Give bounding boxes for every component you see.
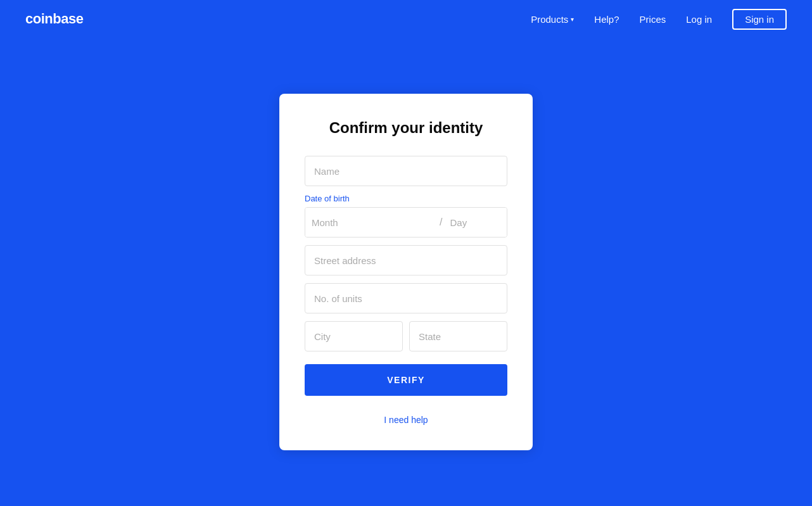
state-input[interactable] xyxy=(409,321,507,351)
street-input[interactable] xyxy=(305,245,507,275)
signin-button[interactable]: Sign in xyxy=(732,9,787,30)
main-content: Confirm your identity Date of birth / / xyxy=(0,38,812,506)
nav-products-label: Products xyxy=(531,14,568,25)
login-button[interactable]: Log in xyxy=(686,14,712,25)
day-input[interactable] xyxy=(443,208,507,237)
dob-label: Date of birth xyxy=(305,194,507,203)
name-group xyxy=(305,156,507,186)
street-group xyxy=(305,245,507,275)
verify-button[interactable]: VERIFY xyxy=(305,364,507,396)
units-group xyxy=(305,283,507,313)
identity-card: Confirm your identity Date of birth / / xyxy=(279,94,533,450)
dob-separator-1: / xyxy=(438,217,443,228)
name-input[interactable] xyxy=(305,156,507,186)
card-title: Confirm your identity xyxy=(305,119,507,137)
nav-prices-label: Prices xyxy=(640,14,666,25)
city-state-group xyxy=(305,321,507,351)
city-input[interactable] xyxy=(305,321,403,351)
navbar: coinbase Products ▾ Help? Prices Log in … xyxy=(0,0,812,38)
units-input[interactable] xyxy=(305,283,507,313)
nav-products[interactable]: Products ▾ xyxy=(531,14,574,25)
nav-help[interactable]: Help? xyxy=(594,14,619,25)
logo: coinbase xyxy=(25,11,83,27)
chevron-down-icon: ▾ xyxy=(571,16,574,23)
month-input[interactable] xyxy=(305,208,438,237)
nav-help-label: Help? xyxy=(594,14,619,25)
help-link[interactable]: I need help xyxy=(305,415,507,425)
nav-links: Products ▾ Help? Prices Log in Sign in xyxy=(531,9,787,30)
nav-prices[interactable]: Prices xyxy=(640,14,666,25)
dob-group: Date of birth / / xyxy=(305,194,507,237)
dob-row: / / xyxy=(305,207,507,237)
